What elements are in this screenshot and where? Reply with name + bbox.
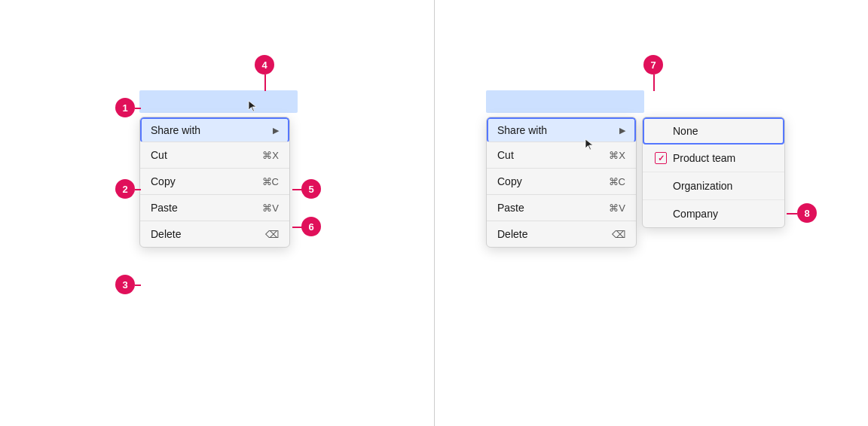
menu-item-share-with-left[interactable]: Share with ▶ bbox=[140, 117, 289, 142]
badge-4: 4 bbox=[255, 55, 274, 75]
company-checkbox-placeholder bbox=[655, 208, 667, 220]
submenu-organization-label: Organization bbox=[673, 180, 732, 192]
submenu-item-product-team[interactable]: Product team bbox=[643, 145, 784, 172]
product-team-checkbox bbox=[655, 152, 667, 164]
badge-3: 3 bbox=[115, 275, 135, 294]
none-checkbox-placeholder bbox=[655, 125, 667, 137]
ann-line-3 bbox=[135, 285, 141, 286]
ann-line-1 bbox=[135, 108, 141, 109]
cursor-right bbox=[584, 138, 594, 154]
badge-1: 1 bbox=[115, 98, 135, 117]
menu-item-share-with-right[interactable]: Share with ▶ bbox=[487, 117, 636, 142]
submenu-none-label: None bbox=[673, 125, 698, 137]
menu-item-copy-left[interactable]: Copy ⌘C bbox=[140, 169, 289, 195]
menu-item-paste-left[interactable]: Paste ⌘V bbox=[140, 195, 289, 221]
badge-6: 6 bbox=[301, 217, 321, 236]
ann-line-7 bbox=[653, 75, 655, 91]
badge-2: 2 bbox=[115, 179, 135, 199]
submenu-product-team-label: Product team bbox=[673, 152, 735, 164]
main-container: Share with ▶ Cut ⌘X Copy ⌘C Paste ⌘V Del… bbox=[0, 0, 868, 426]
copy-shortcut-left: ⌘C bbox=[262, 176, 279, 187]
selected-text-right bbox=[486, 90, 644, 113]
submenu-item-company[interactable]: Company bbox=[643, 200, 784, 227]
badge-7: 7 bbox=[643, 55, 663, 75]
menu-item-cut-left[interactable]: Cut ⌘X bbox=[140, 142, 289, 169]
ann-line-8 bbox=[787, 213, 797, 215]
submenu-company-label: Company bbox=[673, 208, 718, 220]
paste-shortcut-right: ⌘V bbox=[609, 202, 625, 214]
delete-shortcut-left: ⌫ bbox=[265, 229, 279, 240]
submenu-arrow-right: ▶ bbox=[619, 126, 625, 135]
cut-shortcut-left: ⌘X bbox=[262, 150, 279, 161]
paste-shortcut-left: ⌘V bbox=[262, 202, 279, 214]
menu-item-paste-right[interactable]: Paste ⌘V bbox=[487, 195, 636, 221]
menu-item-cut-right[interactable]: Cut ⌘X bbox=[487, 142, 636, 169]
ann-line-2 bbox=[135, 189, 141, 190]
organization-checkbox-placeholder bbox=[655, 180, 667, 192]
context-menu-right: Share with ▶ Cut ⌘X Copy ⌘C Paste ⌘V Del… bbox=[486, 117, 637, 248]
share-with-label-left: Share with bbox=[151, 124, 200, 136]
delete-shortcut-right: ⌫ bbox=[612, 229, 625, 240]
submenu-item-organization[interactable]: Organization bbox=[643, 172, 784, 200]
cursor-left bbox=[247, 99, 258, 115]
cut-shortcut-right: ⌘X bbox=[609, 150, 625, 161]
share-with-label-right: Share with bbox=[497, 124, 547, 136]
context-menu-left: Share with ▶ Cut ⌘X Copy ⌘C Paste ⌘V Del… bbox=[139, 117, 290, 248]
copy-shortcut-right: ⌘C bbox=[609, 176, 625, 187]
menu-item-delete-left[interactable]: Delete ⌫ bbox=[140, 221, 289, 247]
ann-line-4 bbox=[264, 75, 266, 91]
panel-divider bbox=[434, 0, 435, 426]
badge-5: 5 bbox=[301, 179, 321, 199]
submenu-arrow-left: ▶ bbox=[273, 126, 279, 135]
badge-8: 8 bbox=[797, 203, 817, 223]
menu-item-delete-right[interactable]: Delete ⌫ bbox=[487, 221, 636, 247]
submenu-right: None Product team Organization Company bbox=[642, 117, 785, 228]
selected-text-left bbox=[139, 90, 298, 113]
submenu-item-none[interactable]: None bbox=[643, 117, 784, 145]
menu-item-copy-right[interactable]: Copy ⌘C bbox=[487, 169, 636, 195]
